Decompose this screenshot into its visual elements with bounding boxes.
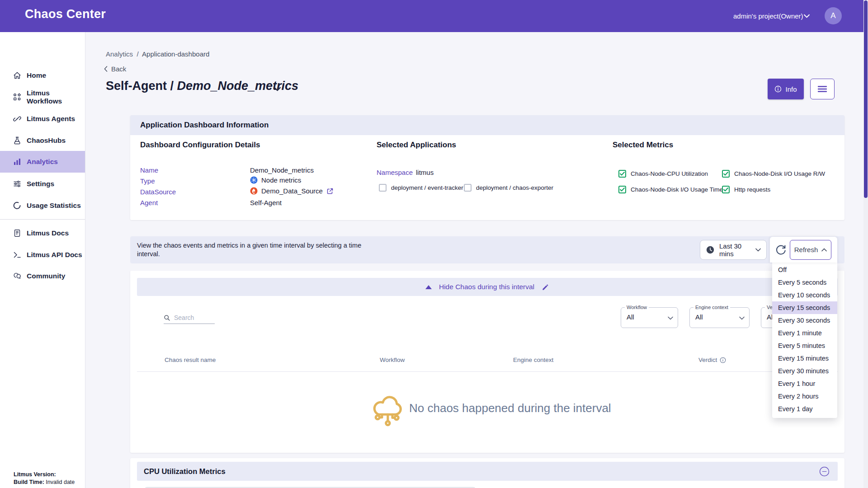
workflow-filter-label: Workflow	[625, 305, 649, 310]
sidebar-item-community[interactable]: Community	[0, 265, 85, 287]
kubernetes-icon	[250, 176, 258, 184]
sidebar-item-litmus-docs[interactable]: Litmus Docs	[0, 222, 85, 244]
metric-checkbox-label: Chaos-Node-CPU Utilization	[631, 170, 708, 177]
refresh-controls: Refresh	[770, 237, 837, 263]
hamburger-icon	[817, 85, 827, 93]
sidebar-item-analytics[interactable]: Analytics	[0, 151, 85, 173]
back-label: Back	[111, 65, 126, 73]
menu-item-every-5-seconds[interactable]: Every 5 seconds	[772, 276, 837, 289]
checkbox-checked[interactable]	[618, 170, 626, 178]
project-selector[interactable]: admin's project(Owner)	[733, 0, 803, 32]
breadcrumb-analytics[interactable]: Analytics	[106, 50, 133, 58]
checkbox-unchecked[interactable]	[464, 184, 472, 192]
menu-item-every-1-hour[interactable]: Every 1 hour	[772, 377, 837, 390]
cpu-metrics-card: CPU Utilization Metrics	[130, 458, 844, 488]
edit-pencil-icon[interactable]	[542, 283, 549, 291]
breadcrumb-separator: /	[137, 50, 138, 58]
sidebar-item-chaoshubs[interactable]: ChaosHubs	[0, 130, 85, 151]
search-input[interactable]	[173, 314, 213, 322]
metric-checkbox-row: Chaos-Node-Disk I/O Usage Times	[618, 186, 726, 193]
metric-checkbox-row: Chaos-Node-Disk I/O Usage R/W	[722, 170, 825, 178]
checkbox-unchecked[interactable]	[379, 184, 387, 192]
engine-context-filter-select[interactable]: Engine context All	[689, 307, 750, 328]
application-checkbox-label: deployment / event-tracker	[391, 184, 463, 191]
dashboard-info-title: Application Dashboard Information	[140, 121, 269, 130]
scrollbar-thumb[interactable]	[864, 0, 868, 198]
type-value: Node metrics	[261, 176, 301, 184]
datasource-value: Demo_Data_Source	[261, 187, 323, 195]
info-circle-icon[interactable]	[720, 357, 726, 363]
sidebar-item-litmus-workflows[interactable]: Litmus Workflows	[0, 86, 85, 108]
table-divider	[137, 371, 838, 372]
metric-checkbox-label: Chaos-Node-Disk I/O Usage Times	[631, 186, 726, 193]
metric-checkbox-row: Http requests	[722, 186, 770, 193]
sidebar-item-settings[interactable]: Settings	[0, 173, 85, 195]
config-row-value: Self-Agent	[250, 199, 282, 206]
refresh-icon[interactable]	[775, 244, 787, 255]
checkbox-checked[interactable]	[618, 186, 626, 193]
sidebar-divider	[0, 219, 85, 220]
interval-description: View the chaos events and metrics in a g…	[137, 241, 361, 258]
dashboard-info-card: Application Dashboard Information Dashbo…	[130, 115, 844, 220]
menu-item-every-30-minutes[interactable]: Every 30 minutes	[772, 365, 837, 377]
build-time-value: Invalid date	[46, 479, 75, 485]
chevron-down-icon	[739, 316, 745, 320]
metric-checkbox-label: Chaos-Node-Disk I/O Usage R/W	[734, 170, 825, 177]
verdict-header-label: Verdict	[698, 357, 717, 363]
menu-item-off[interactable]: Off	[772, 263, 837, 276]
config-row-label: Type	[140, 177, 155, 185]
namespace-label: Namespace	[377, 169, 413, 176]
sidebar-item-label: Community	[27, 272, 65, 280]
chevron-down-icon	[755, 248, 761, 252]
hide-chaos-label[interactable]: Hide Chaos during this interval	[439, 283, 534, 291]
refresh-rate-button[interactable]: Refresh	[790, 240, 831, 260]
chaos-table-card: Hide Chaos during this interval Workflow…	[130, 271, 844, 453]
checkbox-checked[interactable]	[722, 170, 730, 178]
chevron-down-icon[interactable]	[804, 14, 810, 18]
dashboard-menu-button[interactable]	[810, 79, 835, 99]
collapse-triangle-icon[interactable]	[425, 285, 432, 289]
breadcrumb: Analytics / Application-dashboard	[106, 50, 209, 58]
sidebar-item-label: Litmus Agents	[27, 115, 75, 123]
menu-item-every-2-hours[interactable]: Every 2 hours	[772, 390, 837, 403]
sidebar-item-usage-statistics[interactable]: Usage Statistics	[0, 195, 85, 216]
sidebar-item-home[interactable]: Home	[0, 65, 85, 86]
time-range-value: Last 30 mins	[719, 242, 751, 258]
title-chevron-down-icon[interactable]	[274, 87, 281, 91]
back-button[interactable]: Back	[104, 65, 126, 73]
sidebar-item-label: Litmus Workflows	[27, 89, 85, 105]
namespace-value: litmus	[416, 169, 434, 176]
workflow-filter-value: All	[627, 313, 634, 321]
collapse-minus-icon[interactable]	[819, 466, 830, 477]
dashboard-info-card-header: Application Dashboard Information	[130, 115, 844, 135]
cloud-network-icon	[366, 389, 408, 432]
menu-item-every-1-day[interactable]: Every 1 day	[772, 403, 837, 415]
avatar[interactable]: A	[825, 7, 842, 24]
project-label: admin's project(Owner)	[733, 12, 803, 20]
menu-item-every-15-seconds[interactable]: Every 15 seconds	[772, 301, 837, 314]
sidebar-item-litmus-agents[interactable]: Litmus Agents	[0, 108, 85, 130]
version-info: Litmus Version: Build Time: Invalid date	[14, 471, 75, 486]
sidebar-item-litmus-api-docs[interactable]: Litmus API Docs	[0, 244, 85, 266]
column-header-engine-context: Engine context	[513, 357, 553, 363]
menu-item-every-30-seconds[interactable]: Every 30 seconds	[772, 314, 837, 327]
external-link-icon[interactable]	[326, 188, 334, 195]
workflow-filter-select[interactable]: Workflow All	[621, 307, 678, 328]
column-header-chaos-result-name: Chaos result name	[165, 357, 216, 363]
engine-context-filter-value: All	[695, 313, 703, 321]
menu-item-every-1-minute[interactable]: Every 1 minute	[772, 327, 837, 339]
menu-item-every-5-minutes[interactable]: Every 5 minutes	[772, 339, 837, 352]
menu-item-every-10-seconds[interactable]: Every 10 seconds	[772, 289, 837, 301]
menu-item-every-15-minutes[interactable]: Every 15 minutes	[772, 352, 837, 365]
refresh-button-label: Refresh	[794, 246, 818, 253]
checkbox-checked[interactable]	[722, 186, 730, 193]
terminal-icon	[13, 250, 22, 259]
info-icon	[774, 85, 782, 93]
info-button[interactable]: Info	[768, 79, 804, 99]
config-row-value: Node metrics	[250, 176, 301, 184]
time-range-select[interactable]: Last 30 mins	[700, 240, 767, 260]
chaos-center-app: { "colors":{"brand":"#5b44ba","panel_lav…	[0, 0, 868, 488]
sidebar-item-label: Settings	[27, 180, 54, 188]
sidebar-item-label: Litmus API Docs	[27, 251, 82, 259]
sidebar-item-label: Litmus Docs	[27, 229, 69, 237]
